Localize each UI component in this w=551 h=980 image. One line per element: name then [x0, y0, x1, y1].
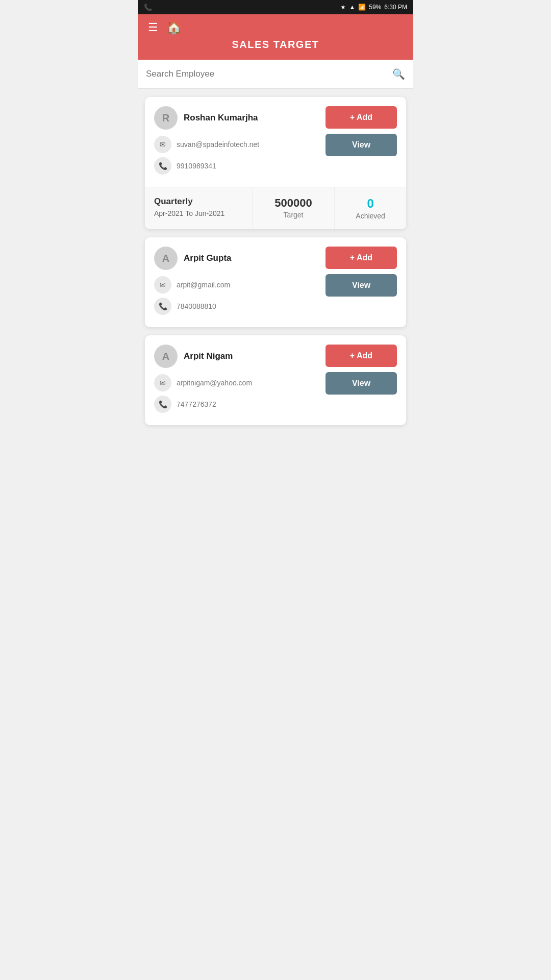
phone-icon: 📞	[154, 157, 171, 175]
employee-email: arpitnigam@yahoo.com	[177, 379, 252, 387]
email-icon: ✉	[154, 136, 171, 153]
employee-phone: 7840088810	[177, 302, 216, 310]
stats-section: Quarterly Apr-2021 To Jun-2021 500000 Ta…	[145, 187, 406, 229]
add-button[interactable]: + Add	[325, 106, 397, 129]
employee-card: A Arpit Gupta ✉ arpit@gmail.com 📞 784008…	[145, 237, 406, 327]
view-button[interactable]: View	[325, 274, 397, 297]
stats-achieved-label: Achieved	[342, 212, 399, 220]
employee-email: suvan@spadeinfotech.net	[177, 140, 259, 149]
stats-achieved-value: 0	[342, 197, 399, 211]
employee-name-row: A Arpit Nigam	[154, 345, 319, 368]
card-top-1: A Arpit Gupta ✉ arpit@gmail.com 📞 784008…	[145, 237, 406, 327]
card-buttons: + Add View	[325, 106, 397, 156]
employee-name: Roshan Kumarjha	[184, 113, 258, 123]
bluetooth-icon: ★	[340, 4, 346, 11]
menu-icon[interactable]: ☰	[148, 22, 158, 33]
home-icon[interactable]: 🏠	[166, 21, 182, 34]
avatar: A	[154, 247, 178, 270]
stats-target: 500000 Target	[253, 187, 335, 229]
add-button[interactable]: + Add	[325, 247, 397, 269]
avatar: A	[154, 345, 178, 368]
employee-email: arpit@gmail.com	[177, 281, 230, 289]
employee-name-row: R Roshan Kumarjha	[154, 106, 319, 130]
wifi-icon: ▲	[349, 4, 355, 11]
stats-target-label: Target	[262, 211, 325, 219]
search-icon[interactable]: 🔍	[392, 68, 405, 80]
time-display: 6:30 PM	[384, 4, 407, 11]
header: ☰ 🏠 SALES TARGET	[138, 14, 413, 60]
employee-list: R Roshan Kumarjha ✉ suvan@spadeinfotech.…	[138, 89, 413, 433]
employee-info-0: R Roshan Kumarjha ✉ suvan@spadeinfotech.…	[154, 106, 319, 179]
employee-name: Arpit Gupta	[184, 253, 232, 263]
avatar: R	[154, 106, 178, 130]
status-bar: 📞 ★ ▲ 📶 59% 6:30 PM	[138, 0, 413, 14]
phone-row: 📞 7477276372	[154, 396, 319, 413]
search-input[interactable]	[146, 69, 392, 79]
add-button[interactable]: + Add	[325, 345, 397, 367]
stats-target-value: 500000	[262, 197, 325, 210]
stats-achieved: 0 Achieved	[335, 187, 406, 229]
email-row: ✉ suvan@spadeinfotech.net	[154, 136, 319, 153]
employee-phone: 7477276372	[177, 400, 216, 408]
employee-card: A Arpit Nigam ✉ arpitnigam@yahoo.com 📞 7…	[145, 335, 406, 425]
card-buttons: + Add View	[325, 345, 397, 395]
email-icon: ✉	[154, 276, 171, 293]
stats-period-label: Quarterly	[154, 197, 243, 207]
stats-period-date: Apr-2021 To Jun-2021	[154, 209, 243, 219]
phone-icon: 📞	[154, 298, 171, 315]
card-buttons: + Add View	[325, 247, 397, 297]
employee-phone: 9910989341	[177, 162, 216, 170]
phone-icon: 📞	[154, 396, 171, 413]
employee-name-row: A Arpit Gupta	[154, 247, 319, 270]
employee-name: Arpit Nigam	[184, 351, 233, 361]
view-button[interactable]: View	[325, 372, 397, 395]
phone-row: 📞 7840088810	[154, 298, 319, 315]
battery-status: 59%	[369, 4, 381, 11]
employee-card: R Roshan Kumarjha ✉ suvan@spadeinfotech.…	[145, 97, 406, 229]
phone-icon: 📞	[144, 4, 152, 11]
stats-period: Quarterly Apr-2021 To Jun-2021	[145, 187, 253, 229]
employee-info-1: A Arpit Gupta ✉ arpit@gmail.com 📞 784008…	[154, 247, 319, 319]
employee-info-2: A Arpit Nigam ✉ arpitnigam@yahoo.com 📞 7…	[154, 345, 319, 417]
email-icon: ✉	[154, 374, 171, 391]
page-title: SALES TARGET	[148, 39, 403, 51]
email-row: ✉ arpit@gmail.com	[154, 276, 319, 293]
card-top-0: R Roshan Kumarjha ✉ suvan@spadeinfotech.…	[145, 97, 406, 187]
network-icon: 📶	[358, 4, 366, 11]
email-row: ✉ arpitnigam@yahoo.com	[154, 374, 319, 391]
search-bar: 🔍	[138, 60, 413, 89]
view-button[interactable]: View	[325, 134, 397, 156]
card-top-2: A Arpit Nigam ✉ arpitnigam@yahoo.com 📞 7…	[145, 335, 406, 425]
phone-row: 📞 9910989341	[154, 157, 319, 175]
